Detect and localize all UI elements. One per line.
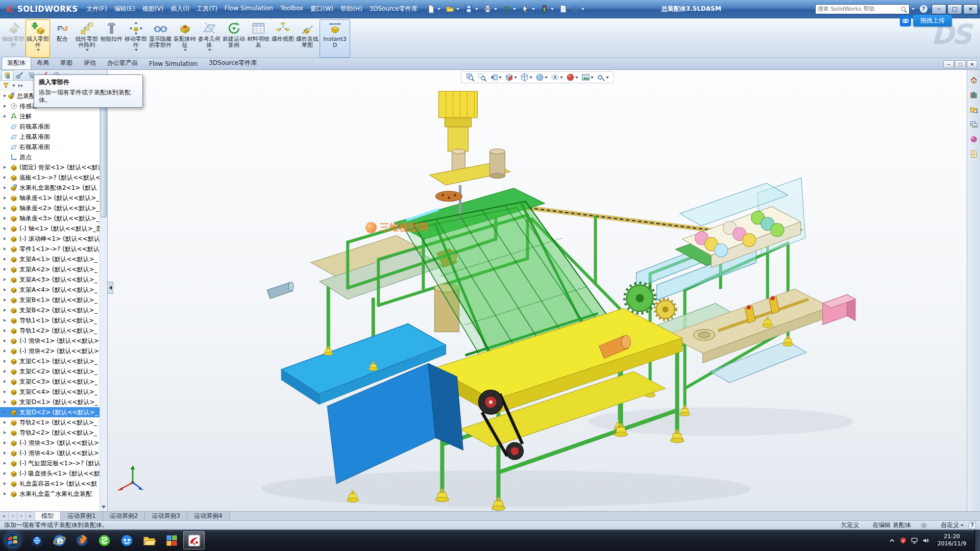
tree-item[interactable]: 支架A<1> (默认<<默认>_ bbox=[0, 254, 100, 264]
rb-exploded[interactable]: 爆炸视图 bbox=[271, 19, 295, 58]
tree-item[interactable]: 礼盒盖容器<1> (默认<<默 bbox=[0, 479, 100, 489]
tp-explorer[interactable] bbox=[969, 105, 979, 115]
rb-instant3d[interactable]: Instant3D bbox=[320, 19, 350, 58]
hud-prev-view[interactable] bbox=[488, 72, 503, 82]
tree-item[interactable]: (固定) 骨架<1> (默认<<默认 bbox=[0, 162, 100, 172]
tree-item[interactable]: 水果礼盒装配体2<1> (默认 bbox=[0, 183, 100, 193]
tree-item[interactable]: 支架C<1> (默认<<默认>_ bbox=[0, 356, 100, 366]
tree-item[interactable]: 导轨1<2> (默认<<默认>_ bbox=[0, 325, 100, 336]
qt-props[interactable] bbox=[557, 4, 569, 14]
expand-icon[interactable] bbox=[4, 227, 6, 230]
expand-icon[interactable] bbox=[4, 472, 6, 475]
security-tray-icon[interactable] bbox=[899, 537, 907, 544]
expand-icon[interactable] bbox=[4, 268, 6, 271]
sheet-nav-button[interactable]: › bbox=[17, 512, 26, 520]
volume-tray-icon[interactable] bbox=[922, 537, 929, 544]
tree-item[interactable]: 轴承座<1> (默认<<默认>_ bbox=[0, 193, 100, 203]
qt-options[interactable] bbox=[569, 4, 588, 14]
menu-item[interactable]: 视图(V) bbox=[139, 3, 167, 15]
rb-refgeo[interactable]: 参考几何体 bbox=[197, 19, 222, 58]
expand-icon[interactable] bbox=[4, 492, 6, 495]
menu-item[interactable]: 帮助(H) bbox=[337, 3, 365, 15]
menu-item[interactable]: 插入(I) bbox=[167, 3, 193, 15]
tp-appearance[interactable] bbox=[969, 134, 979, 144]
filter-icon[interactable] bbox=[3, 82, 9, 89]
expand-icon[interactable] bbox=[4, 390, 6, 393]
tb-tiles[interactable] bbox=[161, 531, 182, 549]
search-input[interactable]: 搜索 SolidWorks 帮助 bbox=[818, 5, 899, 13]
tree-item[interactable]: (-) 滑块<3> (默认<<默认> bbox=[0, 438, 100, 448]
ribbon-tab[interactable]: 布局 bbox=[31, 57, 55, 69]
expand-icon[interactable] bbox=[4, 217, 6, 220]
rb-explode-lines[interactable]: 爆炸直线草图 bbox=[295, 19, 320, 58]
side-roller[interactable] bbox=[267, 282, 293, 299]
ribbon-tab[interactable]: 评估 bbox=[78, 57, 102, 69]
quick-tips-button[interactable]: ? bbox=[969, 522, 976, 529]
rb-bom[interactable]: 材料明细表 bbox=[246, 19, 271, 58]
expand-icon[interactable] bbox=[4, 207, 6, 210]
tree-item[interactable]: 支架B<2> (默认<<默认>_ bbox=[0, 305, 100, 315]
tb-browser[interactable] bbox=[26, 531, 47, 549]
tree-item[interactable]: 轴承座<2> (默认<<默认>_ bbox=[0, 203, 100, 213]
doc-restore-button[interactable]: □ bbox=[955, 60, 966, 68]
study-tab[interactable]: 运动算例3 bbox=[145, 512, 187, 520]
tb-360[interactable] bbox=[93, 531, 115, 549]
tree-item[interactable]: 水果礼盒盖^水果礼盒装配 bbox=[0, 489, 100, 499]
qt-select[interactable] bbox=[520, 4, 538, 14]
customize-button[interactable]: 自定义 bbox=[941, 521, 959, 530]
expand-icon[interactable] bbox=[4, 247, 6, 251]
tp-props[interactable] bbox=[969, 149, 979, 159]
rb-insert-component[interactable]: 插入零部件 bbox=[26, 19, 50, 58]
tree-item[interactable]: 注解 bbox=[0, 111, 100, 121]
sheet-nav-button[interactable]: ‹ bbox=[9, 512, 17, 520]
tree-item[interactable]: (-) 滑块<2> (默认<<默认> bbox=[0, 346, 100, 356]
menu-item[interactable]: 工具(T) bbox=[193, 3, 221, 15]
expand-icon[interactable] bbox=[4, 431, 6, 434]
tree-item[interactable]: 支架B<1> (默认<<默认>_ bbox=[0, 295, 100, 305]
expand-icon[interactable] bbox=[4, 166, 6, 169]
qt-undo[interactable] bbox=[501, 4, 520, 14]
tree-item[interactable]: 零件1<1>->? (默认<<默认< bbox=[0, 244, 100, 254]
expand-icon[interactable] bbox=[4, 237, 6, 240]
rb-linear-pattern[interactable]: 线性零部件阵列 bbox=[75, 19, 99, 58]
tb-firefox[interactable] bbox=[71, 531, 92, 549]
close-button[interactable]: × bbox=[963, 4, 978, 14]
expand-icon[interactable] bbox=[4, 349, 6, 353]
rb-mate[interactable]: 配合 bbox=[50, 19, 75, 58]
search-box[interactable]: 搜索 SolidWorks 帮助 bbox=[815, 4, 910, 14]
ribbon-tab[interactable]: 草图 bbox=[55, 57, 78, 69]
ribbon-tab[interactable]: 装配体 bbox=[2, 57, 31, 69]
tb-solidworks[interactable] bbox=[183, 531, 205, 549]
menu-item[interactable]: Toolbox bbox=[277, 3, 307, 15]
expand-icon[interactable] bbox=[4, 360, 6, 363]
pt-feature[interactable] bbox=[2, 70, 13, 80]
hud-view-orient[interactable] bbox=[519, 72, 533, 82]
tree-item[interactable]: (-) 滑块<4> (默认<<默认> bbox=[0, 448, 100, 458]
expand-icon[interactable] bbox=[4, 441, 6, 444]
expand-icon[interactable] bbox=[4, 319, 6, 322]
tree-item[interactable]: 支架C<3> (默认<<默认>_ bbox=[0, 377, 100, 387]
pt-property[interactable] bbox=[14, 70, 26, 80]
study-tab[interactable]: 运动算例1 bbox=[61, 512, 103, 520]
hud-display-style[interactable] bbox=[534, 72, 549, 82]
expand-icon[interactable] bbox=[4, 196, 6, 199]
panel-collapse-arrow[interactable] bbox=[108, 282, 113, 294]
show-desktop-button[interactable] bbox=[974, 530, 980, 551]
tree-item[interactable]: 支架C<4> (默认<<默认>_ bbox=[0, 387, 100, 397]
tp-home[interactable] bbox=[969, 75, 979, 85]
qt-new[interactable] bbox=[425, 4, 444, 14]
tb-netdisk[interactable] bbox=[116, 531, 137, 549]
tree-item[interactable]: 导轨2<1> (默认<<默认>_ bbox=[0, 417, 100, 428]
sheet-nav-button[interactable]: » bbox=[26, 512, 35, 520]
expand-icon[interactable] bbox=[4, 400, 6, 404]
tree-scrollbar[interactable] bbox=[100, 91, 107, 511]
expand-icon[interactable] bbox=[4, 452, 6, 455]
hud-scene[interactable] bbox=[580, 72, 595, 82]
tree-item[interactable]: (-) 滚动棒<1> (默认<<默认 bbox=[0, 234, 100, 244]
model-canvas[interactable] bbox=[108, 70, 967, 511]
sheet-nav-button[interactable]: « bbox=[0, 512, 9, 520]
hud-hide-show[interactable] bbox=[550, 72, 564, 82]
tree-item[interactable]: (-) 轴<1> (默认<<默认>_显 bbox=[0, 223, 100, 234]
menu-item[interactable]: 窗口(W) bbox=[307, 3, 337, 15]
expand-icon[interactable] bbox=[4, 115, 6, 118]
